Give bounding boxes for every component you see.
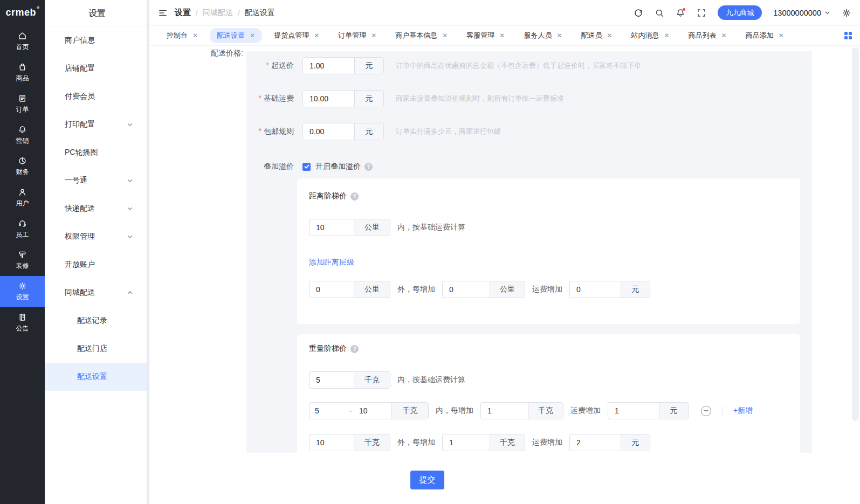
close-icon[interactable] — [779, 32, 784, 39]
fee-label-text: 运费增加 — [532, 285, 562, 294]
distance-fee-input[interactable] — [570, 281, 621, 298]
tab-dashboard[interactable]: 控制台 — [160, 28, 205, 43]
tab-site-message[interactable]: 站内消息 — [624, 28, 677, 43]
help-icon[interactable] — [364, 163, 373, 171]
sidebar-item-city-delivery[interactable]: 同城配送 — [45, 279, 149, 307]
sidebar-item-delivery-settings[interactable]: 配送设置 — [45, 363, 149, 391]
base-suffix-text: 内，按基础运费计算 — [397, 223, 465, 232]
breadcrumb-root: 设置 — [175, 8, 191, 18]
close-icon[interactable] — [721, 32, 727, 39]
sidebar-item-permission[interactable]: 权限管理 — [45, 223, 149, 251]
delivery-price-panel: 起送价 元 订单中的商品在优惠前的总金额（不包含运费）低于起送价时，买家将不能下… — [246, 51, 812, 453]
close-icon[interactable] — [371, 32, 376, 39]
notice-icon — [18, 313, 27, 322]
tab-customer-service[interactable]: 客服管理 — [459, 28, 512, 43]
unit-addon: 千克 — [354, 434, 390, 451]
search-icon[interactable] — [655, 8, 664, 18]
base-freight-input[interactable] — [303, 91, 354, 107]
min-order-input[interactable] — [303, 58, 354, 74]
unit-addon: 公里 — [490, 281, 525, 298]
weight-last-fee-input[interactable] — [570, 434, 621, 451]
sidebar-item-yihaotong[interactable]: 一号通 — [45, 167, 149, 195]
help-icon[interactable] — [350, 345, 359, 353]
tabs-grid-icon[interactable] — [844, 32, 852, 39]
sidebar-item-open-account[interactable]: 开放账户 — [45, 251, 149, 279]
close-icon[interactable] — [607, 32, 612, 39]
unit-addon: 元 — [354, 58, 383, 74]
unit-addon: 元 — [621, 434, 650, 451]
rail-item-settings[interactable]: 设置 — [0, 276, 45, 307]
base-freight-field-row: 基础运费 元 商家未设置叠加溢价规则时，则所有订单统一运费标准 — [246, 90, 564, 107]
chevron-down-icon — [127, 121, 133, 128]
sidebar-item-print-config[interactable]: 打印配置 — [45, 111, 149, 139]
rail-item-notice[interactable]: 公告 — [0, 307, 45, 339]
close-icon[interactable] — [250, 32, 255, 39]
weight-fee-input[interactable] — [608, 403, 659, 419]
rail-item-marketing[interactable]: 营销 — [0, 120, 45, 151]
sidebar-item-paid-member[interactable]: 付费会员 — [45, 82, 149, 111]
rail-item-decoration[interactable]: 装修 — [0, 245, 45, 276]
app-logo-text: crmeb — [5, 7, 36, 18]
remove-tier-icon[interactable] — [701, 406, 711, 416]
tab-label: 订单管理 — [338, 31, 366, 40]
tab-order-management[interactable]: 订单管理 — [331, 28, 383, 43]
outer-label-text: 外，每增加 — [397, 438, 435, 447]
tab-merchant-basic-info[interactable]: 商户基本信息 — [388, 28, 455, 43]
help-icon[interactable] — [350, 192, 359, 201]
fullscreen-icon[interactable] — [697, 8, 706, 18]
sidebar-item-pc-carousel[interactable]: PC轮播图 — [45, 139, 149, 167]
weight-range-from-input[interactable] — [309, 403, 347, 419]
weight-range-to-input[interactable] — [354, 403, 391, 419]
tab-delivery-settings[interactable]: 配送设置 — [210, 28, 262, 43]
notifications-bell-icon[interactable] — [676, 8, 685, 18]
rail-item-label: 首页 — [16, 43, 29, 52]
field-hint: 订单中的商品在优惠前的总金额（不包含运费）低于起送价时，买家将不能下单 — [396, 61, 641, 71]
tab-service-staff[interactable]: 服务人员 — [517, 28, 569, 43]
weight-step-input[interactable] — [481, 403, 528, 419]
close-icon[interactable] — [314, 32, 319, 39]
close-icon[interactable] — [664, 32, 670, 39]
refresh-icon[interactable] — [634, 8, 643, 18]
distance-base-input[interactable] — [309, 219, 354, 236]
account-dropdown[interactable]: 13000000000 — [773, 9, 830, 17]
tab-product-add[interactable]: 商品添加 — [739, 28, 791, 43]
page-scrollbar[interactable] — [852, 47, 859, 421]
sidebar-item-express-delivery[interactable]: 快递配送 — [45, 195, 149, 223]
sidebar-item-shop-config[interactable]: 店铺配置 — [45, 54, 149, 82]
weight-base-input[interactable] — [309, 372, 354, 388]
overlay-premium-checkbox[interactable] — [302, 163, 311, 171]
header-settings-gear-icon[interactable] — [842, 8, 851, 18]
shop-name-badge[interactable]: 九九商城 — [718, 5, 762, 20]
rail-item-home[interactable]: 首页 — [0, 26, 45, 57]
breadcrumb-current[interactable]: 配送设置 — [245, 8, 275, 18]
rail-item-users[interactable]: 用户 — [0, 182, 45, 213]
rail-item-orders[interactable]: 订单 — [0, 88, 45, 120]
distance-base-input-group: 公里 — [309, 219, 390, 236]
sidebar-item-merchant-info[interactable]: 商户信息 — [45, 26, 149, 54]
rail-item-goods[interactable]: 商品 — [0, 57, 45, 88]
close-icon[interactable] — [499, 32, 505, 39]
rail-item-finance[interactable]: 财务 — [0, 151, 45, 182]
distance-step-input[interactable] — [443, 281, 490, 298]
delivery-settings-form: 配送价格: 起送价 元 订单中的商品在优惠前的总金额（不包含运费）低于起送价时，… — [149, 46, 860, 453]
weight-last-step-input[interactable] — [443, 434, 490, 451]
submit-button[interactable]: 提交 — [410, 471, 444, 489]
free-shipping-input[interactable] — [303, 123, 354, 140]
order-doc-icon — [18, 94, 27, 103]
distance-outer-input[interactable] — [309, 281, 354, 298]
sidebar-collapse-icon[interactable] — [158, 8, 168, 18]
breadcrumb-city-delivery[interactable]: 同城配送 — [203, 8, 233, 18]
close-icon[interactable] — [556, 32, 562, 39]
tab-courier[interactable]: 配送员 — [574, 28, 619, 43]
close-icon[interactable] — [442, 32, 448, 39]
unit-addon: 千克 — [490, 434, 525, 451]
add-weight-tier-link[interactable]: +新增 — [733, 406, 753, 416]
add-distance-tier-link[interactable]: 添加距离层级 — [309, 258, 354, 267]
close-icon[interactable] — [192, 32, 198, 39]
sidebar-item-delivery-records[interactable]: 配送记录 — [45, 307, 149, 335]
rail-item-staff[interactable]: 员工 — [0, 213, 45, 245]
tab-pickup-point[interactable]: 提货点管理 — [267, 28, 326, 43]
sidebar-item-delivery-stores[interactable]: 配送门店 — [45, 335, 149, 363]
weight-outer-input[interactable] — [309, 434, 354, 451]
tab-product-list[interactable]: 商品列表 — [682, 28, 734, 43]
